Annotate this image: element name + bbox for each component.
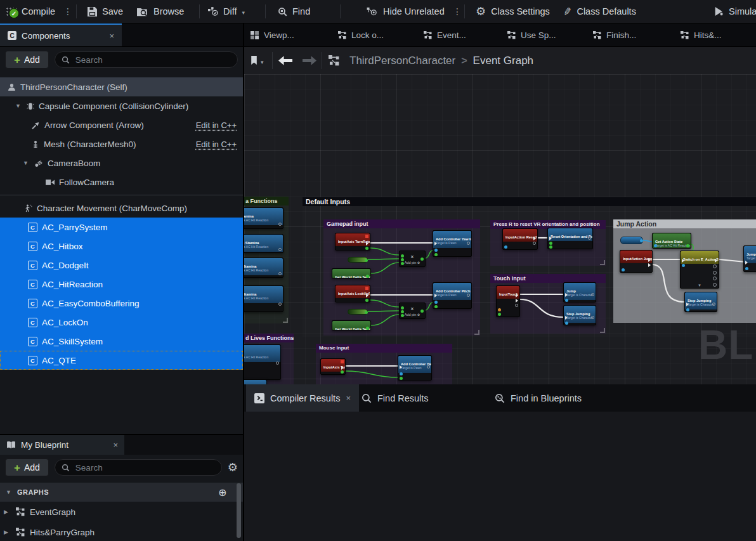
exec-out-pin[interactable] <box>533 237 536 240</box>
exec-out-pin[interactable] <box>648 258 651 262</box>
add-pin-chevron-icon[interactable] <box>681 283 719 287</box>
node-get-world-delta-seconds[interactable]: Get World Delta Seconds <box>332 320 371 330</box>
output-pin[interactable] <box>278 303 282 306</box>
diff-button[interactable]: Diff <box>208 0 245 23</box>
exec-in-pin[interactable] <box>400 365 402 369</box>
panel-settings-gear-icon[interactable] <box>228 460 238 474</box>
node-get-action-state[interactable]: Get Action StateTarget is AC Hit Reactio… <box>652 233 691 249</box>
tab-components[interactable]: C Components <box>0 23 122 46</box>
target-pin[interactable] <box>400 372 403 375</box>
node-variable-pill[interactable] <box>348 257 368 263</box>
axis-value-pin[interactable] <box>341 370 344 374</box>
node-stamina-3[interactable]: plete StaminaTarget is AC Hit Reaction <box>244 257 284 278</box>
location-pin[interactable] <box>498 308 501 311</box>
target-pin[interactable] <box>745 267 748 270</box>
node-reset-orientation-position[interactable]: Reset Orientation and Position <box>547 228 593 249</box>
tree-row-ac-hitbox[interactable]: C AC_Hitbox <box>0 237 243 256</box>
tree-row-arrow[interactable]: Arrow Component (Arrow) Edit in C++ <box>0 115 243 134</box>
node-get-world-delta-seconds[interactable]: Get World Delta Seconds <box>332 268 371 278</box>
output-pin[interactable] <box>366 275 369 278</box>
value-pin[interactable] <box>434 253 438 256</box>
compile-options-menu[interactable] <box>63 0 72 23</box>
exec-out-pin[interactable] <box>366 242 368 245</box>
exec-in-pin[interactable] <box>549 237 552 240</box>
node-add-controller-pitch-input[interactable]: Add Controller Pitch InputTarget is Pawn <box>433 282 472 309</box>
graph-row-eventgraph[interactable]: EventGraph <box>0 502 243 522</box>
tree-row-ac-qte[interactable]: C AC_QTE <box>0 351 243 370</box>
node-add-controller-yaw-input[interactable]: Add Controller Yaw InputTarget is Pawn <box>433 230 472 257</box>
class-defaults-button[interactable]: Class Defaults <box>563 0 636 23</box>
exec-out-pin[interactable] <box>516 299 518 303</box>
comment-resize-handle[interactable] <box>283 318 288 323</box>
edit-in-cpp-link[interactable]: Edit in C++ <box>196 140 237 149</box>
node-heal[interactable]: HealTarget is AC Hit Reaction <box>244 344 281 380</box>
node-jump[interactable]: JumpTarget is Character <box>563 282 596 303</box>
scrollbar-thumb[interactable] <box>237 483 241 538</box>
node-inputaxis-turnrate[interactable]: InputAxis TurnRate <box>335 233 370 251</box>
tree-row-ac-skillsystem[interactable]: C AC_SkillSystem <box>0 332 243 351</box>
value-pin[interactable] <box>434 305 438 308</box>
node-variable-pill[interactable] <box>348 309 368 315</box>
comment-resize-handle[interactable] <box>600 260 605 265</box>
tab-finish[interactable]: Finish... <box>593 23 636 46</box>
node-jump[interactable]: JumpTarget is Character <box>743 245 756 272</box>
expander-icon[interactable] <box>23 160 30 166</box>
node-add-extra-life[interactable]: Add Extra Life <box>244 379 267 384</box>
tab-find-results[interactable]: Find Results <box>362 384 429 412</box>
target-pin[interactable] <box>565 299 568 302</box>
compile-button[interactable]: Compile <box>5 0 55 23</box>
axis-value-pin[interactable] <box>365 299 368 302</box>
input-pin[interactable] <box>401 254 404 257</box>
input-pin[interactable] <box>401 262 404 265</box>
input-pin[interactable] <box>401 258 404 261</box>
axis-value-pin[interactable] <box>365 247 368 250</box>
back-button[interactable] <box>278 47 292 74</box>
output-pin[interactable] <box>278 272 282 275</box>
expander-icon[interactable] <box>4 509 11 515</box>
output-pin[interactable] <box>686 244 689 247</box>
exec-in-pin[interactable] <box>745 261 748 264</box>
node-add-controller-yaw-input[interactable]: Add Controller Yaw InputTarget is Pawn <box>398 355 432 381</box>
exec-out-pin[interactable] <box>366 294 368 297</box>
breadcrumb-current[interactable]: Event Graph <box>473 55 533 67</box>
tab-lock-on[interactable]: Lock o... <box>338 23 384 46</box>
hide-unrelated-button[interactable]: Hide Unrelated <box>367 0 445 23</box>
event-graph-canvas[interactable]: Default Inputs a Functions d Lives Funct… <box>244 74 756 384</box>
forward-button[interactable] <box>303 47 316 74</box>
tree-row-charmove[interactable]: Character Movement (CharMoveComp) <box>0 199 243 218</box>
input-pin[interactable] <box>549 245 552 249</box>
exec-out-pin[interactable] <box>467 242 470 245</box>
tree-row-cameraboom[interactable]: CameraBoom <box>0 153 243 173</box>
add-pin-label[interactable]: Add pin ⊕ <box>403 261 420 264</box>
comment-resize-handle[interactable] <box>474 330 479 335</box>
exec-out-pin[interactable] <box>467 294 470 297</box>
node-inputaxis-turn[interactable]: InputAxis Turn <box>320 358 346 375</box>
input-pin[interactable] <box>401 310 404 313</box>
input-pin[interactable] <box>549 242 552 245</box>
node-multiply[interactable]: × Add pin ⊕ <box>399 251 426 267</box>
value-pin[interactable] <box>400 377 403 380</box>
tree-row-ac-easycombobuffering[interactable]: C AC_EasyComboBuffering <box>0 294 243 313</box>
output-pin[interactable] <box>515 304 518 307</box>
add-component-button[interactable]: Add <box>5 51 49 68</box>
my-blueprint-search-box[interactable] <box>55 459 222 476</box>
node-stamina-4[interactable]: plete StaminaTarget is AC Hit Reaction <box>244 285 284 312</box>
output-pin[interactable] <box>420 257 424 261</box>
comment-resize-handle[interactable] <box>600 328 605 333</box>
exec-in-pin[interactable] <box>682 259 684 263</box>
graph-row-hitsparrygraph[interactable]: Hits&ParryGraph <box>0 522 243 541</box>
exec-out-pin[interactable] <box>341 366 344 370</box>
bookmarks-button[interactable] <box>251 47 264 74</box>
exec-out-pin[interactable] <box>648 263 651 267</box>
node-multiply[interactable]: × Add pin ⊕ <box>399 303 426 319</box>
exec-in-pin[interactable] <box>434 294 437 297</box>
add-pin-label[interactable]: Add pin ⊕ <box>403 313 420 316</box>
target-pin[interactable] <box>654 244 657 247</box>
find-button[interactable]: Find <box>278 0 310 23</box>
exec-in-pin[interactable] <box>565 316 568 320</box>
key-pin[interactable] <box>622 268 625 271</box>
expander-icon[interactable] <box>4 530 11 535</box>
node-inputaction-jump[interactable]: InputAction Jump <box>620 250 653 273</box>
tab-hits-parry[interactable]: Hits&... <box>681 23 722 46</box>
output-pin[interactable] <box>276 362 279 365</box>
